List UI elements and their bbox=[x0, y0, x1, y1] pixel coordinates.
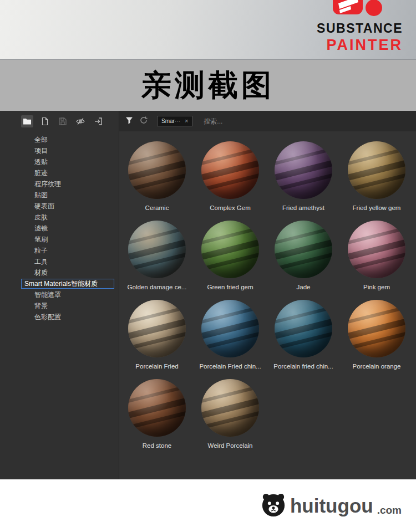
material-name: Porcelain orange bbox=[353, 363, 401, 370]
brand-wordmark: SUBSTANCE PAINTER bbox=[317, 21, 403, 54]
material-name: Fried yellow gem bbox=[353, 204, 401, 211]
material-name: Golden damage ce... bbox=[128, 284, 187, 290]
shelf-window: 全部 项目 透贴 脏迹 程序纹理 贴图 硬表面 皮肤 滤镜 笔刷 粒子 工具 材… bbox=[0, 111, 416, 479]
footer-logo-text: huitugou bbox=[290, 495, 373, 517]
sidebar-item-hard-surfaces[interactable]: 硬表面 bbox=[0, 201, 119, 212]
material-item[interactable]: Golden damage ce... bbox=[120, 221, 194, 290]
headline-text: 亲测截图 bbox=[141, 65, 275, 106]
brand-line2: PAINTER bbox=[317, 37, 403, 54]
material-sphere[interactable] bbox=[128, 379, 186, 437]
material-item[interactable]: Fried yellow gem bbox=[340, 141, 413, 211]
material-sphere[interactable] bbox=[128, 300, 186, 357]
material-item[interactable]: Jade bbox=[267, 221, 340, 290]
sidebar-item-color-profiles[interactable]: 色彩配置 bbox=[0, 311, 119, 323]
shelf-sidebar: 全部 项目 透贴 脏迹 程序纹理 贴图 硬表面 皮肤 滤镜 笔刷 粒子 工具 材… bbox=[0, 111, 119, 479]
sidebar-item-textures[interactable]: 贴图 bbox=[0, 190, 119, 201]
material-item[interactable]: Porcelain Fried chin... bbox=[194, 300, 267, 370]
material-item[interactable]: Green fried gem bbox=[194, 221, 267, 290]
sidebar-item-project[interactable]: 项目 bbox=[0, 145, 119, 156]
sidebar-item-materials[interactable]: 材质 bbox=[0, 267, 119, 278]
material-item[interactable]: Red stone bbox=[120, 379, 194, 449]
material-sphere[interactable] bbox=[275, 141, 332, 199]
material-sphere[interactable] bbox=[128, 221, 186, 278]
footer-logo-suffix: .com bbox=[377, 504, 402, 516]
material-item[interactable]: Porcelain Fried bbox=[120, 300, 194, 370]
search-token-chip[interactable]: Smar··· × bbox=[157, 116, 192, 126]
dog-icon bbox=[261, 492, 286, 520]
sidebar-item-procedurals[interactable]: 程序纹理 bbox=[0, 178, 119, 190]
headline-band: 亲测截图 bbox=[0, 60, 416, 111]
banner: SUBSTANCE PAINTER bbox=[0, 0, 416, 60]
material-name: Jade bbox=[297, 284, 311, 290]
material-item[interactable]: Porcelain fried chin... bbox=[267, 300, 340, 370]
material-name: Weird Porcelain bbox=[208, 442, 253, 449]
material-name: Pink gem bbox=[363, 284, 390, 290]
material-sphere[interactable] bbox=[275, 300, 332, 357]
material-sphere[interactable] bbox=[201, 300, 259, 357]
export-icon[interactable] bbox=[92, 115, 104, 127]
material-name: Ceramic bbox=[145, 204, 169, 211]
token-close-icon[interactable]: × bbox=[185, 118, 188, 124]
material-name: Complex Gem bbox=[210, 204, 251, 211]
chuitugou-logo: huitugou .com bbox=[261, 492, 402, 520]
material-item[interactable]: Complex Gem bbox=[194, 141, 267, 211]
material-name: Porcelain fried chin... bbox=[273, 363, 333, 370]
material-name: Green fried gem bbox=[207, 284, 253, 290]
material-item[interactable]: Porcelain orange bbox=[340, 300, 413, 370]
footer: huitugou .com bbox=[0, 479, 416, 532]
material-sphere[interactable] bbox=[348, 300, 405, 357]
material-item[interactable]: Ceramic bbox=[120, 141, 194, 211]
sidebar-item-brushes[interactable]: 笔刷 bbox=[0, 234, 119, 245]
sidebar-item-smart-materials[interactable]: Smart Materials智能材质 bbox=[21, 279, 114, 289]
material-name: Porcelain Fried chin... bbox=[199, 363, 261, 370]
sidebar-toolbar bbox=[0, 111, 119, 131]
material-name: Porcelain Fried bbox=[135, 363, 178, 370]
material-sphere[interactable] bbox=[201, 141, 259, 199]
sidebar-item-skin[interactable]: 皮肤 bbox=[0, 212, 119, 223]
category-list: 全部 项目 透贴 脏迹 程序纹理 贴图 硬表面 皮肤 滤镜 笔刷 粒子 工具 材… bbox=[0, 134, 119, 323]
sidebar-item-tools[interactable]: 工具 bbox=[0, 256, 119, 267]
search-token-label: Smar··· bbox=[161, 118, 180, 124]
material-grid: Ceramic Complex Gem Fried amethyst Fried… bbox=[119, 131, 416, 449]
brand-line1: SUBSTANCE bbox=[317, 21, 403, 36]
material-sphere[interactable] bbox=[348, 221, 405, 278]
sidebar-item-filters[interactable]: 滤镜 bbox=[0, 223, 119, 234]
material-sphere[interactable] bbox=[201, 379, 259, 437]
material-name: Red stone bbox=[143, 442, 171, 449]
save-icon[interactable] bbox=[57, 115, 69, 127]
filter-funnel-icon[interactable] bbox=[125, 116, 134, 127]
shelf-content: Smar··· × Ceramic Complex Gem Fried amet… bbox=[119, 111, 416, 479]
material-sphere[interactable] bbox=[348, 141, 405, 199]
sidebar-item-environments[interactable]: 背景 bbox=[0, 300, 119, 311]
material-item[interactable]: Pink gem bbox=[340, 221, 413, 290]
material-sphere[interactable] bbox=[201, 221, 259, 278]
new-file-icon[interactable] bbox=[39, 115, 51, 127]
refresh-icon[interactable] bbox=[139, 116, 148, 127]
material-name: Fried amethyst bbox=[282, 204, 324, 211]
sidebar-item-smart-masks[interactable]: 智能遮罩 bbox=[0, 289, 119, 300]
eye-slash-icon[interactable] bbox=[74, 115, 87, 127]
filter-bar: Smar··· × bbox=[119, 111, 416, 131]
sidebar-item-particles[interactable]: 粒子 bbox=[0, 245, 119, 256]
sidebar-item-all[interactable]: 全部 bbox=[0, 134, 119, 145]
sidebar-item-grunge[interactable]: 脏迹 bbox=[0, 167, 119, 178]
material-item[interactable]: Fried amethyst bbox=[267, 141, 340, 211]
folder-icon[interactable] bbox=[21, 115, 33, 127]
sidebar-item-alphas[interactable]: 透贴 bbox=[0, 156, 119, 167]
material-item[interactable]: Weird Porcelain bbox=[194, 379, 267, 449]
material-sphere[interactable] bbox=[275, 221, 332, 278]
search-input[interactable] bbox=[202, 117, 410, 126]
material-sphere[interactable] bbox=[128, 141, 186, 199]
